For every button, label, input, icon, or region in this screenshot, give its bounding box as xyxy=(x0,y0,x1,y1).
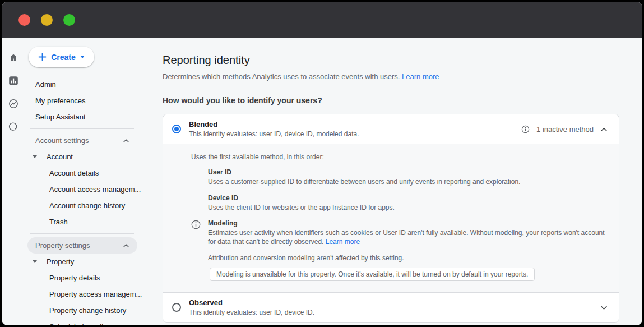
reports-icon[interactable] xyxy=(8,76,18,86)
option-row-observed[interactable]: Observed This identity evaluates: user I… xyxy=(163,292,619,322)
sub-item-label: Scheduled emails xyxy=(49,323,107,325)
section-header-label: Property settings xyxy=(35,241,90,250)
sidebar-item-property-access-management[interactable]: Property access managem... xyxy=(25,286,159,302)
zoom-window-button[interactable] xyxy=(63,14,75,26)
plus-icon xyxy=(38,53,47,61)
sidebar-item-account-access-management[interactable]: Account access managem... xyxy=(25,181,159,197)
modeling-desc: Estimates user activity when identifiers… xyxy=(208,229,605,246)
method-name: Device ID xyxy=(208,194,605,202)
method-device-id: Device ID Uses the client ID for website… xyxy=(208,194,605,213)
home-icon[interactable] xyxy=(8,53,18,63)
section-header-property-settings[interactable]: Property settings xyxy=(27,237,137,254)
expand-triangle-icon xyxy=(33,260,37,263)
sidebar-item-scheduled-emails[interactable]: Scheduled emails xyxy=(25,319,159,325)
radio-observed[interactable] xyxy=(172,303,181,312)
modeling-desc-text: Estimates user activity when identifiers… xyxy=(208,229,605,246)
page-title: Reporting identity xyxy=(163,54,619,67)
sidebar-item-trash[interactable]: Trash xyxy=(25,214,159,230)
divider xyxy=(30,233,134,234)
option-desc-blended: This identity evaluates: user ID, device… xyxy=(189,130,359,138)
section-header-account-settings[interactable]: Account settings xyxy=(25,132,137,149)
option-desc-observed: This identity evaluates: user ID, device… xyxy=(189,308,314,316)
close-window-button[interactable] xyxy=(18,14,30,26)
sidebar-item-setup-assistant[interactable]: Setup Assistant xyxy=(25,109,159,125)
method-name: Modeling xyxy=(208,219,605,227)
chevron-down-icon xyxy=(80,56,85,58)
expand-triangle-icon xyxy=(33,155,37,158)
inactive-method-badge: 1 inactive method xyxy=(536,125,594,133)
sidebar-item-label: Setup Assistant xyxy=(35,113,86,121)
main-content: Reporting identity Determines which meth… xyxy=(159,38,642,325)
chevron-down-icon[interactable] xyxy=(600,305,608,310)
chevron-up-icon xyxy=(123,243,129,248)
minimize-window-button[interactable] xyxy=(41,14,53,26)
page-subtitle-text: Determines which methods Analytics uses … xyxy=(163,72,400,81)
blended-right-controls: 1 inactive method xyxy=(521,125,608,133)
section-header-label: Account settings xyxy=(35,136,89,145)
option-row-blended[interactable]: Blended This identity evaluates: user ID… xyxy=(163,114,619,144)
chevron-up-icon[interactable] xyxy=(600,127,608,132)
learn-more-link[interactable]: Learn more xyxy=(402,72,439,81)
info-icon xyxy=(191,219,201,246)
method-modeling: Modeling Estimates user activity when id… xyxy=(191,219,605,246)
option-label-blended: Blended xyxy=(189,120,359,128)
group-label: Property xyxy=(47,257,74,266)
method-user-id: User ID Uses a customer-supplied ID to d… xyxy=(208,168,605,187)
modeling-unavailable-notice: Modeling is unavailable for this propert… xyxy=(210,268,535,281)
learn-more-link[interactable]: Learn more xyxy=(326,238,360,246)
sidebar-item-my-preferences[interactable]: My preferences xyxy=(25,93,159,109)
method-name: User ID xyxy=(208,168,605,176)
blended-intro: Uses the first available method, in this… xyxy=(191,153,605,161)
chevron-up-icon xyxy=(123,139,129,143)
attribution-note: Attribution and conversion modeling aren… xyxy=(208,254,605,262)
identify-users-question: How would you like to identify your user… xyxy=(163,96,619,105)
method-desc: Uses the client ID for websites or the a… xyxy=(208,204,605,213)
app-content: Create Admin My preferences Setup Assist… xyxy=(2,38,642,325)
option-label-observed: Observed xyxy=(189,298,314,307)
sidebar-item-account-details[interactable]: Account details xyxy=(25,165,159,181)
sub-item-label: Account change history xyxy=(49,201,125,210)
create-button-label: Create xyxy=(51,53,76,62)
sub-item-label: Account details xyxy=(49,169,99,177)
create-button[interactable]: Create xyxy=(29,47,94,67)
sidebar-item-property-details[interactable]: Property details xyxy=(25,270,159,286)
window-titlebar xyxy=(2,2,642,38)
group-label: Account xyxy=(47,153,73,161)
app-window: Create Admin My preferences Setup Assist… xyxy=(2,2,642,325)
sidebar-group-account[interactable]: Account xyxy=(25,149,159,165)
divider xyxy=(30,128,134,129)
admin-sidebar: Create Admin My preferences Setup Assist… xyxy=(25,38,159,325)
option-text-wrap: Blended This identity evaluates: user ID… xyxy=(189,120,359,138)
radio-blended[interactable] xyxy=(172,125,181,133)
sidebar-group-property[interactable]: Property xyxy=(25,254,159,270)
sub-item-label: Trash xyxy=(49,218,68,226)
sub-item-label: Property access managem... xyxy=(49,290,142,298)
modeling-body: Modeling Estimates user activity when id… xyxy=(208,219,605,246)
nav-rail xyxy=(2,38,25,325)
blended-details-panel: Uses the first available method, in this… xyxy=(163,144,619,292)
sidebar-item-label: My preferences xyxy=(35,96,86,105)
reporting-identity-card: Blended This identity evaluates: user ID… xyxy=(163,114,619,323)
explore-icon[interactable] xyxy=(8,99,18,109)
sub-item-label: Property change history xyxy=(49,306,126,315)
sub-item-label: Account access managem... xyxy=(49,185,141,194)
sidebar-item-account-change-history[interactable]: Account change history xyxy=(25,197,159,214)
option-text-wrap: Observed This identity evaluates: user I… xyxy=(189,298,314,316)
info-icon[interactable] xyxy=(521,125,530,133)
sidebar-item-label: Admin xyxy=(35,80,56,89)
sidebar-item-admin[interactable]: Admin xyxy=(25,76,159,93)
method-desc: Uses a customer-supplied ID to different… xyxy=(208,178,605,187)
sidebar-item-property-change-history[interactable]: Property change history xyxy=(25,302,159,319)
page-subtitle: Determines which methods Analytics uses … xyxy=(163,72,619,81)
advertising-icon[interactable] xyxy=(8,122,18,132)
observed-right-controls xyxy=(600,305,608,310)
sub-item-label: Property details xyxy=(49,274,100,282)
